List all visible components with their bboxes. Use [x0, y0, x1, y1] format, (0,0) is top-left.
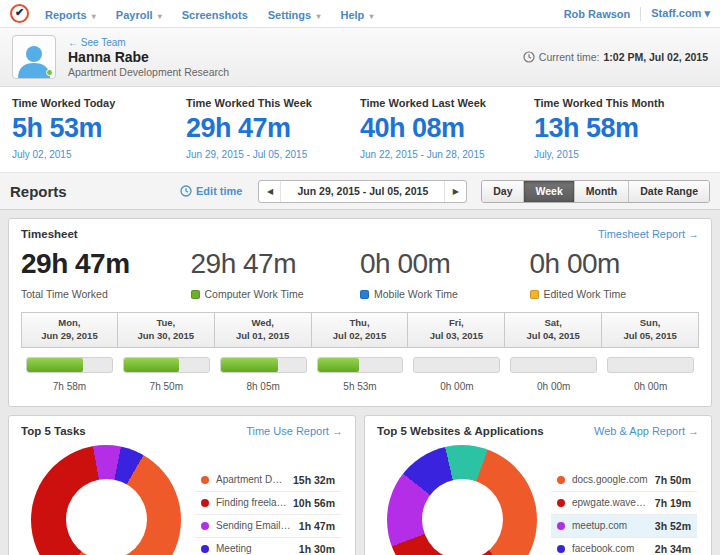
- timesheet-summary-value: 0h 00m: [530, 248, 700, 280]
- day-progress-fill: [221, 358, 278, 372]
- stat-card-label: Time Worked Last Week: [360, 97, 526, 109]
- section-title: Reports: [10, 183, 180, 200]
- nav-item-settings[interactable]: Settings ▾: [268, 9, 321, 21]
- stat-cards-row: Time Worked Today5h 53mJuly 02, 2015Time…: [0, 87, 720, 173]
- stat-card: Time Worked This Week29h 47mJun 29, 2015…: [186, 97, 360, 160]
- view-switch: DayWeekMonthDate Range: [481, 180, 710, 203]
- date-range-pager: ◀ Jun 29, 2015 - Jul 05, 2015 ▶: [258, 180, 467, 203]
- nav-item-reports[interactable]: Reports ▾: [45, 9, 96, 21]
- legend-dot-icon: [557, 522, 565, 530]
- stat-card-value: 5h 53m: [12, 113, 178, 144]
- chevron-down-icon: ▾: [314, 12, 320, 21]
- timesheet-summary-label: Mobile Work Time: [360, 288, 530, 300]
- avatar[interactable]: [12, 35, 56, 79]
- view-button-day[interactable]: Day: [482, 181, 523, 202]
- nav-item-screenshots[interactable]: Screenshots: [182, 9, 248, 21]
- day-progress-bar[interactable]: [510, 357, 597, 373]
- day-progress-bar[interactable]: [123, 357, 210, 373]
- stat-card-period: Jun 22, 2015 - Jun 28, 2015: [360, 149, 526, 160]
- see-team-link[interactable]: ← See Team: [68, 37, 229, 48]
- brand-label: Staff.com: [651, 7, 701, 19]
- chart-title: Top 5 Tasks: [21, 425, 246, 437]
- legend-time: 7h 19m: [655, 497, 691, 509]
- legend-row[interactable]: meetup.com3h 52m: [551, 515, 697, 538]
- reports-toolbar: Reports Edit time ◀ Jun 29, 2015 - Jul 0…: [0, 173, 720, 210]
- user-menu-link[interactable]: Rob Rawson: [564, 8, 631, 20]
- chart-legend: Apartment Development Rese...15h 32mFind…: [195, 469, 341, 555]
- view-button-week[interactable]: Week: [523, 181, 573, 202]
- chart-body: Apartment Development Rese...15h 32mFind…: [9, 443, 355, 555]
- day-header-cell: Wed,Jul 01, 2015: [215, 312, 312, 348]
- brand-menu[interactable]: Staff.com ▾: [651, 7, 710, 20]
- donut-chart[interactable]: [387, 445, 537, 555]
- day-date: Jul 01, 2015: [217, 330, 309, 343]
- stat-card-label: Time Worked This Month: [534, 97, 700, 109]
- app-logo-icon[interactable]: ✔: [10, 4, 29, 23]
- main-content: Timesheet Timesheet Report → 29h 47mTota…: [0, 210, 720, 555]
- legend-label: Meeting: [216, 543, 293, 554]
- day-header-cell: Tue,Jun 30, 2015: [118, 312, 215, 348]
- legend-swatch-icon: [191, 290, 200, 299]
- stat-card: Time Worked Last Week40h 08mJun 22, 2015…: [360, 97, 534, 160]
- day-column: Sun,Jul 05, 20150h 00m: [602, 312, 699, 392]
- day-column: Fri,Jul 03, 20150h 00m: [408, 312, 505, 392]
- timesheet-summary-col: 29h 47mComputer Work Time: [191, 248, 361, 300]
- day-progress-bar[interactable]: [607, 357, 694, 373]
- legend-row[interactable]: docs.google.com7h 50m: [551, 469, 697, 492]
- day-header-cell: Thu,Jul 02, 2015: [312, 312, 409, 348]
- timesheet-summary-label: Computer Work Time: [191, 288, 361, 300]
- chart-report-link[interactable]: Time Use Report →: [246, 425, 343, 437]
- day-progress-bar[interactable]: [413, 357, 500, 373]
- legend-row[interactable]: Sending Email/Message (freel...1h 47m: [195, 515, 341, 538]
- legend-row[interactable]: facebook.com2h 34m: [551, 538, 697, 555]
- chart-panel-top-5-tasks: Top 5 TasksTime Use Report →Apartment De…: [8, 415, 356, 555]
- next-week-button[interactable]: ▶: [444, 181, 466, 202]
- nav-item-help[interactable]: Help ▾: [340, 9, 373, 21]
- day-column: Thu,Jul 02, 20155h 53m: [312, 312, 409, 392]
- day-time-label: 0h 00m: [408, 381, 505, 392]
- timesheet-summary: 29h 47mTotal Time Worked29h 47mComputer …: [9, 246, 711, 312]
- legend-row[interactable]: epwgate.waverley.nsw.gov.au7h 19m: [551, 492, 697, 515]
- day-time-label: 8h 05m: [215, 381, 312, 392]
- day-date: Jun 30, 2015: [120, 330, 212, 343]
- nav-item-payroll[interactable]: Payroll ▾: [116, 9, 162, 21]
- check-glyph: ✔: [15, 7, 24, 18]
- timesheet-report-link[interactable]: Timesheet Report →: [598, 228, 699, 240]
- donut-chart[interactable]: [31, 445, 181, 555]
- top-navbar: ✔ Reports ▾Payroll ▾ScreenshotsSettings …: [0, 0, 720, 28]
- legend-row[interactable]: Meeting1h 30m: [195, 538, 341, 555]
- stat-card-value: 13h 58m: [534, 113, 700, 144]
- legend-label: Finding freelance group: [216, 497, 287, 508]
- chart-panel-header: Top 5 TasksTime Use Report →: [9, 416, 355, 443]
- day-date: Jul 03, 2015: [410, 330, 502, 343]
- edit-time-label: Edit time: [196, 185, 242, 197]
- legend-dot-icon: [557, 545, 565, 553]
- legend-time: 10h 56m: [293, 497, 335, 509]
- day-progress-bar[interactable]: [317, 357, 404, 373]
- day-column: Tue,Jun 30, 20157h 50m: [118, 312, 215, 392]
- day-name: Thu,: [314, 317, 406, 330]
- timesheet-summary-label: Edited Work Time: [530, 288, 700, 300]
- chart-panel-header: Top 5 Websites & ApplicationsWeb & App R…: [365, 416, 711, 443]
- stat-card-value: 40h 08m: [360, 113, 526, 144]
- legend-row[interactable]: Finding freelance group10h 56m: [195, 492, 341, 515]
- chart-report-link[interactable]: Web & App Report →: [594, 425, 699, 437]
- day-progress-bar[interactable]: [220, 357, 307, 373]
- day-progress-bar[interactable]: [26, 357, 113, 373]
- day-date: Jun 29, 2015: [24, 330, 115, 343]
- legend-dot-icon: [201, 545, 209, 553]
- day-date: Jul 02, 2015: [314, 330, 406, 343]
- view-button-date-range[interactable]: Date Range: [628, 181, 709, 202]
- prev-week-button[interactable]: ◀: [259, 181, 281, 202]
- date-range-label[interactable]: Jun 29, 2015 - Jul 05, 2015: [281, 181, 444, 202]
- day-progress-fill: [318, 358, 360, 372]
- view-button-month[interactable]: Month: [574, 181, 629, 202]
- legend-time: 1h 47m: [299, 520, 335, 532]
- legend-row[interactable]: Apartment Development Rese...15h 32m: [195, 469, 341, 492]
- legend-label: meetup.com: [572, 520, 649, 531]
- clock-icon: [180, 185, 192, 197]
- day-time-label: 7h 50m: [118, 381, 215, 392]
- timesheet-days-table: Mon,Jun 29, 20157h 58mTue,Jun 30, 20157h…: [9, 312, 711, 406]
- timesheet-summary-value: 29h 47m: [21, 248, 191, 280]
- edit-time-button[interactable]: Edit time: [180, 185, 242, 197]
